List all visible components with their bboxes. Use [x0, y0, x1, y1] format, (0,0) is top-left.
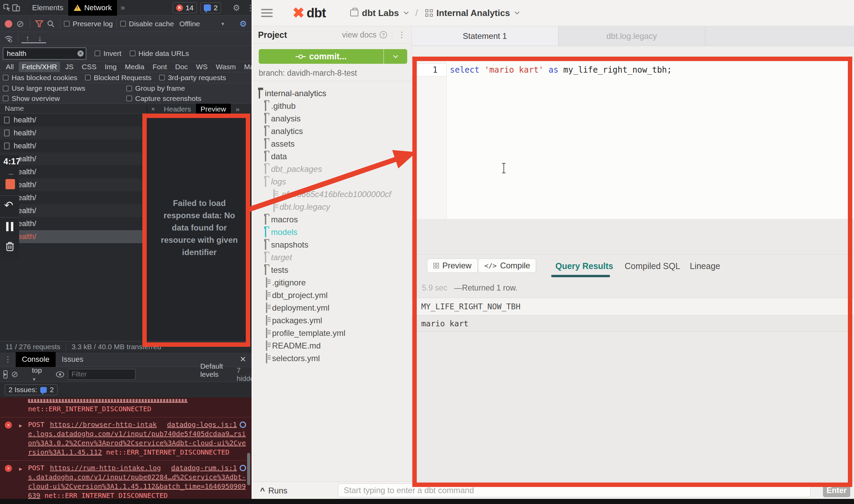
console-filter-input[interactable]	[68, 369, 136, 380]
file-tree-item[interactable]: target	[253, 251, 411, 264]
close-detail-icon[interactable]: ×	[147, 105, 159, 113]
tab-issues[interactable]: Issues	[56, 352, 90, 367]
dbt-command-input[interactable]	[338, 484, 811, 497]
console-sidebar-icon[interactable]: ▶	[3, 370, 8, 379]
tab-elements[interactable]: Elements	[27, 3, 68, 12]
request-type-chip[interactable]: Fetch/XHR	[19, 62, 60, 72]
tab-headers[interactable]: Headers	[159, 105, 196, 113]
sql-editor[interactable]: 1 select 'mario kart' as my_life_right_n…	[412, 61, 854, 219]
file-tree-item[interactable]: dbt.log.legacy	[253, 201, 411, 213]
request-row[interactable]: health/	[0, 127, 147, 139]
tab-query-results[interactable]: Query Results	[555, 261, 613, 271]
hamburger-menu-icon[interactable]	[261, 9, 273, 17]
drawer-kebab-icon[interactable]: ⋮	[0, 355, 16, 364]
clear-console-icon[interactable]: ⊘	[11, 369, 18, 379]
request-row[interactable]: health/	[0, 114, 147, 127]
filter-icon[interactable]	[33, 18, 45, 30]
tab-console[interactable]: Console	[16, 352, 56, 367]
runs-toggle[interactable]: ^ Runs	[260, 486, 287, 495]
file-tree-item[interactable]: packages.yml	[253, 314, 411, 327]
record-network-log-icon[interactable]	[3, 18, 14, 30]
pause-recording-icon[interactable]	[6, 222, 13, 231]
settings-gear-icon[interactable]: ⚙	[230, 3, 243, 13]
more-detail-tabs-icon[interactable]: »	[231, 105, 244, 113]
disclosure-triangle-icon[interactable]: ▶	[19, 421, 22, 430]
execution-context-select[interactable]: top ▼	[32, 366, 42, 383]
request-type-chip[interactable]: Font	[150, 62, 170, 72]
issues-chip[interactable]: 2 Issues: 2	[5, 384, 58, 395]
invert-checkbox[interactable]: Invert	[95, 49, 122, 58]
request-row[interactable]: health/	[0, 165, 147, 178]
use-large-request-rows-checkbox[interactable]: Use large request rows	[3, 84, 85, 92]
compile-button[interactable]: </> Compile	[478, 258, 537, 273]
file-tree-item[interactable]: profile_template.yml	[253, 327, 411, 339]
request-row[interactable]: health/	[0, 152, 147, 165]
clear-network-log-icon[interactable]: ⊘	[14, 18, 26, 29]
editor-tab[interactable]: Statement 1	[412, 26, 558, 46]
request-row[interactable]: health/	[0, 139, 147, 152]
disclosure-triangle-icon[interactable]: ▶	[19, 464, 22, 474]
filter-checkbox[interactable]: 3rd-party requests	[159, 74, 226, 82]
file-tree-item[interactable]: deployment.yml	[253, 301, 411, 314]
request-row[interactable]: health/	[0, 178, 147, 191]
file-tree-item[interactable]: snapshots	[253, 238, 411, 251]
preserve-log-checkbox[interactable]: Preserve log	[64, 20, 113, 28]
import-har-icon[interactable]: ↑	[22, 34, 34, 43]
file-tree-item[interactable]: data	[253, 150, 411, 163]
enter-button[interactable]: Enter	[823, 484, 850, 497]
file-tree-item[interactable]: tests	[253, 264, 411, 276]
filter-checkbox[interactable]: Blocked Requests	[85, 74, 152, 82]
tab-compiled-sql[interactable]: Compiled SQL	[625, 261, 680, 271]
request-row[interactable]: health/	[0, 230, 147, 243]
show-overview-checkbox[interactable]: Show overview	[3, 94, 60, 103]
issues-count-badge[interactable]: 2	[200, 2, 221, 13]
tab-network[interactable]: Network	[68, 0, 117, 16]
eye-icon[interactable]	[56, 369, 65, 380]
tab-lineage[interactable]: Lineage	[690, 261, 720, 271]
file-tree-item[interactable]: README.md	[253, 339, 411, 352]
export-har-icon[interactable]: ↓	[34, 34, 46, 43]
request-row[interactable]: health/	[0, 204, 147, 217]
view-docs-link[interactable]: view docs ?	[342, 30, 387, 40]
close-drawer-icon[interactable]: ✕	[234, 355, 252, 364]
commit-dropdown[interactable]	[383, 49, 407, 64]
file-tree-item[interactable]: dbt_project.yml	[253, 289, 411, 301]
device-toolbar-icon[interactable]	[12, 2, 20, 14]
sidebar-kebab-icon[interactable]: ⋮	[392, 30, 406, 40]
preview-button[interactable]: Preview	[427, 258, 478, 273]
minimize-icon[interactable]: –	[9, 169, 13, 178]
group-by-frame-checkbox[interactable]: Group by frame	[126, 84, 185, 92]
inspect-element-icon[interactable]	[3, 2, 12, 14]
file-tree-item[interactable]: assets	[253, 137, 411, 150]
network-throttle-wifi-icon[interactable]	[3, 33, 14, 45]
file-tree-item[interactable]: analysis	[253, 112, 411, 125]
capture-screenshots-checkbox[interactable]: Capture screenshots	[126, 94, 201, 103]
file-tree-item[interactable]: .gitignore	[253, 276, 411, 289]
throttling-select[interactable]: Offline	[179, 20, 200, 28]
commit-button[interactable]: commit...	[259, 49, 407, 64]
request-row[interactable]: health/	[0, 191, 147, 204]
console-error-entry[interactable]: ✕ ▶ net::ERR_INTERNET_DISCONNECTED	[0, 398, 252, 417]
console-source-link[interactable]: datadog-rum.js:1	[171, 463, 246, 473]
dropdown-caret-icon[interactable]: ▼	[220, 21, 225, 27]
dbt-logo[interactable]: ✖ dbt	[293, 6, 326, 20]
request-type-chip[interactable]: All	[3, 62, 17, 72]
delete-recording-icon[interactable]	[5, 241, 14, 253]
tab-preview[interactable]: Preview	[196, 104, 231, 115]
console-source-link[interactable]: datadog-logs.js:1	[167, 420, 246, 429]
restart-recording-icon[interactable]: ↶	[4, 199, 13, 212]
disable-cache-checkbox[interactable]: Disable cache	[120, 20, 174, 28]
request-row[interactable]: health/	[0, 217, 147, 230]
file-tree-item[interactable]: logs	[253, 175, 411, 188]
file-tree-item[interactable]: .github	[253, 100, 411, 112]
project-switcher[interactable]: Internal Analytics	[425, 8, 519, 18]
request-type-chip[interactable]: Img	[102, 62, 120, 72]
editor-tab[interactable]: dbt.log.legacy	[558, 26, 705, 46]
network-filter-input[interactable]: health ✕	[3, 47, 86, 60]
network-conditions-gear-icon[interactable]: ⚙	[237, 19, 249, 29]
file-tree-item[interactable]: selectors.yml	[253, 352, 411, 365]
request-type-chip[interactable]: JS	[62, 62, 77, 72]
search-icon[interactable]	[45, 18, 57, 30]
file-tree-item[interactable]: macros	[253, 213, 411, 226]
request-type-chip[interactable]: CSS	[79, 62, 100, 72]
